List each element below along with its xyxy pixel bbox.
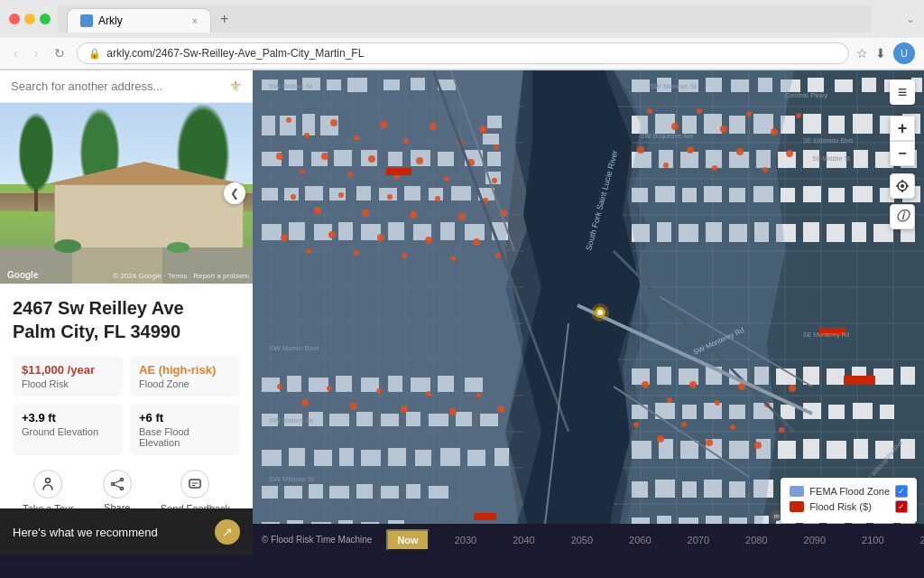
property-info: 2467 Sw Reilley Ave Palm City, FL 34990 … [0,284,253,508]
svg-point-304 [663,163,669,168]
search-input[interactable] [11,79,222,93]
new-tab-button[interactable]: + [211,5,237,33]
minimize-window-button[interactable] [24,14,35,24]
browser-titlebar: Arkly × + ⌄ [0,0,924,38]
fema-zone-checkbox[interactable]: ✓ [895,485,908,498]
timeline-year-2060: 2060 [611,535,669,545]
svg-rect-195 [852,222,866,242]
flood-risk-color [790,501,804,512]
refresh-button[interactable]: ↻ [50,44,69,62]
flood-risk-value: $11,000 /year [22,363,114,377]
svg-text:SW Monroe St: SW Monroe St [650,82,698,90]
take-tour-button[interactable]: Take a Tour [19,466,78,508]
legend-item-fema: FEMA Flood Zone ✓ [790,485,908,498]
send-feedback-button[interactable]: Send Feedback [157,466,234,508]
svg-point-286 [281,234,288,241]
security-lock-icon: 🔒 [88,48,101,60]
svg-point-332 [476,393,481,398]
collapse-panel-button[interactable]: ❮ [224,182,245,204]
locate-me-button[interactable] [890,173,915,199]
feedback-icon [180,470,209,499]
info-button[interactable]: ⓘ [890,204,915,229]
location-icon [896,180,909,192]
flood-risk-dollar-label: Flood Risk ($) [809,501,890,512]
recommend-text: Here's what we recommend [13,526,158,539]
svg-point-297 [671,123,679,130]
svg-rect-157 [803,114,821,134]
profile-avatar[interactable]: U [893,42,915,64]
search-bar: ⚜ [0,70,253,103]
tab-title: Arkly [98,14,123,27]
svg-point-3 [111,483,114,486]
download-icon[interactable]: ⬇ [875,46,886,61]
svg-text:SW Martin Blvd: SW Martin Blvd [269,344,319,352]
svg-line-4 [114,480,120,483]
close-window-button[interactable] [9,14,20,24]
svg-point-312 [689,381,697,388]
svg-point-266 [276,153,283,160]
svg-rect-337 [474,513,496,520]
svg-rect-194 [827,224,845,242]
tab-bar: Arkly × + [58,5,872,33]
svg-text:SE Eldorado Blvd: SE Eldorado Blvd [803,137,853,144]
browser-chrome: Arkly × + ⌄ ‹ › ↻ 🔒 arkly.com/2467-Sw-Re… [0,0,924,70]
toolbar-actions: ☆ ⬇ U [856,42,915,64]
svg-point-289 [354,250,359,256]
google-label: Google [7,270,38,280]
zoom-in-button[interactable]: + [890,116,915,141]
svg-point-267 [300,169,305,174]
svg-point-293 [450,256,456,261]
map-controls: + − ⓘ [890,116,915,229]
svg-point-288 [328,231,336,238]
svg-rect-219 [853,403,873,419]
svg-text:SW Willow St: SW Willow St [269,82,313,90]
share-button[interactable]: Share [99,466,135,508]
maximize-window-button[interactable] [40,14,51,24]
svg-point-317 [633,422,639,427]
timeline-track[interactable]: 2030 2040 2050 2060 2070 2080 2090 2100 … [437,535,924,545]
action-buttons: Take a Tour Share [13,466,240,508]
back-button[interactable]: ‹ [9,44,23,62]
flood-risk-checkbox[interactable]: ✓ [895,500,908,513]
svg-rect-232 [901,439,915,459]
svg-point-1 [120,479,123,481]
browser-menu-icon[interactable]: ⌄ [906,13,915,25]
svg-point-302 [796,113,801,118]
recommend-bar[interactable]: Here's what we recommend ↗ [0,508,253,555]
tab-close-button[interactable]: × [192,15,198,26]
svg-rect-206 [827,368,845,385]
zoom-out-button[interactable]: − [890,141,915,166]
svg-rect-335 [844,376,875,385]
svg-point-333 [497,406,504,413]
map-legend: FEMA Flood Zone ✓ Flood Risk ($) ✓ [781,478,917,523]
ground-elevation-label: Ground Elevation [22,426,114,437]
svg-point-331 [449,408,457,415]
svg-rect-208 [873,368,893,385]
active-tab[interactable]: Arkly × [67,8,211,33]
svg-text:SE Middlin St: SE Middlin St [812,155,850,162]
forward-button[interactable]: › [30,44,43,62]
bookmark-icon[interactable]: ☆ [856,46,868,61]
svg-rect-228 [803,439,819,459]
zoom-control-group: + − [890,116,915,166]
tour-label: Take a Tour [23,502,74,508]
svg-point-268 [321,153,328,160]
svg-point-323 [779,427,784,433]
svg-point-326 [327,386,332,391]
map-menu-button[interactable]: ≡ [890,79,915,105]
address-bar[interactable]: 🔒 arkly.com/2467-Sw-Reilley-Ave_Palm-Cit… [77,42,849,64]
svg-point-278 [338,192,344,198]
street-view-image [0,103,253,284]
svg-point-321 [730,424,735,430]
svg-rect-183 [853,186,873,202]
timeline-year-2050: 2050 [553,535,611,545]
svg-point-264 [479,126,486,133]
svg-point-308 [762,167,768,172]
timeline-now-button[interactable]: Now [386,529,429,551]
svg-point-310 [642,381,649,388]
svg-point-307 [736,148,744,155]
flood-zone-value: AE (high-risk) [139,363,231,377]
base-flood-value: +6 ft [139,411,231,424]
svg-point-261 [403,138,409,144]
svg-rect-180 [781,188,795,202]
